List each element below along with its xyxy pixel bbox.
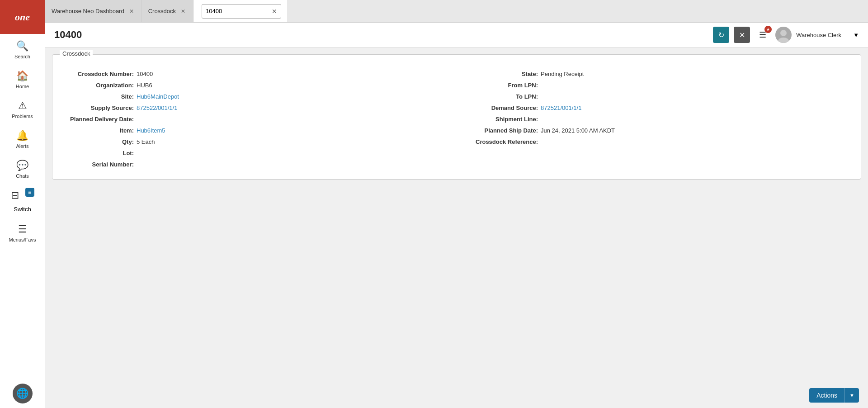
menu-badge: ★ <box>764 26 772 33</box>
right-fields: State: Pending Receipt From LPN: To LPN:… <box>466 68 852 170</box>
fields-grid: Crossdock Number: 10400 Organization: HU… <box>61 68 852 170</box>
tab-crossdock[interactable]: Crossdock ✕ <box>142 0 193 22</box>
organization-row: Organization: HUB6 <box>61 80 448 91</box>
header-bar: 10400 ↻ ✕ ☰ ★ Warehouse Clerk ▼ <box>45 23 868 47</box>
sidebar-item-search[interactable]: 🔍 Search <box>0 34 45 64</box>
item-row: Item: Hub6Item5 <box>61 125 448 136</box>
planned-ship-date-label: Planned Ship Date: <box>466 127 538 134</box>
tab-search-input[interactable] <box>206 8 269 14</box>
menu-button[interactable]: ☰ ★ <box>755 27 771 43</box>
qty-unit: Each <box>142 138 155 145</box>
tab-clear-btn[interactable]: ✕ <box>272 8 277 15</box>
qty-number: 5 <box>137 138 140 145</box>
crossdock-number-label: Crossdock Number: <box>61 71 134 77</box>
state-value: Pending Receipt <box>541 71 584 77</box>
demand-source-row: Demand Source: 872521/001/1/1 <box>466 102 852 114</box>
demand-source-value[interactable]: 872521/001/1/1 <box>541 104 581 111</box>
sidebar-item-home[interactable]: 🏠 Home <box>0 64 45 94</box>
switch-badge-icon: ≡ <box>25 188 34 197</box>
actions-button[interactable]: Actions ▼ <box>809 388 859 403</box>
from-lpn-label: From LPN: <box>466 82 538 89</box>
user-dropdown[interactable]: Warehouse Clerk ▼ <box>796 32 859 38</box>
sidebar-item-label: Menus/Favs <box>9 237 36 242</box>
tab-label: Warehouse Neo Dashboard <box>52 8 124 14</box>
sidebar-item-problems[interactable]: ⚠ Problems <box>0 94 45 123</box>
organization-value: HUB6 <box>137 82 152 89</box>
sidebar-item-label: Problems <box>12 114 33 119</box>
sidebar-item-chats[interactable]: 💬 Chats <box>0 153 45 183</box>
actions-label: Actions <box>809 388 845 403</box>
sidebar-item-label: Alerts <box>16 143 28 149</box>
sidebar-item-label: Home <box>16 84 29 89</box>
supply-source-label: Supply Source: <box>61 104 134 111</box>
tab-label: Crossdock <box>148 8 176 14</box>
site-label: Site: <box>61 93 134 100</box>
planned-delivery-date-row: Planned Delivery Date: <box>61 114 448 125</box>
refresh-button[interactable]: ↻ <box>713 27 729 43</box>
organization-label: Organization: <box>61 82 134 89</box>
warning-icon: ⚠ <box>18 100 27 112</box>
logo-text: one <box>15 11 30 23</box>
crossdock-number-value: 10400 <box>137 71 153 77</box>
site-value[interactable]: Hub6MainDepot <box>137 93 179 100</box>
footer-bar: Actions ▼ <box>45 383 868 408</box>
demand-source-label: Demand Source: <box>466 104 538 111</box>
sidebar-bottom: 🌐 <box>13 384 33 408</box>
search-icon: 🔍 <box>16 40 28 52</box>
serial-number-label: Serial Number: <box>61 161 134 168</box>
card-title: Crossdock <box>60 50 93 57</box>
user-role-label: Warehouse Clerk <box>796 32 850 38</box>
to-lpn-row: To LPN: <box>466 91 852 102</box>
sidebar-item-label: Switch <box>14 206 31 213</box>
crossdock-card: Crossdock Crossdock Number: 10400 Organi… <box>52 54 861 180</box>
planned-ship-date-value: Jun 24, 2021 5:00 AM AKDT <box>541 127 615 134</box>
sidebar: one 🔍 Search 🏠 Home ⚠ Problems 🔔 Alerts … <box>0 0 45 408</box>
main-content: Warehouse Neo Dashboard ✕ Crossdock ✕ ✕ … <box>45 0 868 408</box>
crossdock-number-row: Crossdock Number: 10400 <box>61 68 448 80</box>
site-row: Site: Hub6MainDepot <box>61 91 448 102</box>
sidebar-item-label: Search <box>14 54 30 59</box>
lot-label: Lot: <box>61 150 134 157</box>
sidebar-item-menus-favs[interactable]: ☰ Menus/Favs <box>0 217 45 247</box>
chat-icon: 💬 <box>16 160 28 171</box>
shipment-line-row: Shipment Line: <box>466 114 852 125</box>
globe-icon[interactable]: 🌐 <box>13 384 33 403</box>
crossdock-reference-row: Crossdock Reference: <box>466 136 852 147</box>
tab-bar: Warehouse Neo Dashboard ✕ Crossdock ✕ ✕ <box>45 0 868 23</box>
item-value[interactable]: Hub6Item5 <box>137 127 165 134</box>
qty-row: Qty: 5 Each <box>61 136 448 147</box>
bell-icon: 🔔 <box>16 130 28 142</box>
supply-source-row: Supply Source: 872522/001/1/1 <box>61 102 448 114</box>
tab-warehouse-dashboard[interactable]: Warehouse Neo Dashboard ✕ <box>45 0 142 22</box>
close-button[interactable]: ✕ <box>734 27 750 43</box>
user-avatar <box>775 27 792 43</box>
content-area: Crossdock Crossdock Number: 10400 Organi… <box>45 47 868 383</box>
tab-search-input-container: ✕ <box>202 4 281 19</box>
sidebar-item-alerts[interactable]: 🔔 Alerts <box>0 123 45 153</box>
state-row: State: Pending Receipt <box>466 68 852 80</box>
planned-delivery-date-label: Planned Delivery Date: <box>61 116 134 123</box>
home-icon: 🏠 <box>16 70 28 82</box>
qty-label: Qty: <box>61 138 134 145</box>
supply-source-value[interactable]: 872522/001/1/1 <box>137 104 177 111</box>
menus-icon: ☰ <box>18 223 27 235</box>
tab-close-btn[interactable]: ✕ <box>179 8 187 15</box>
dropdown-chevron-icon: ▼ <box>853 32 859 38</box>
sidebar-item-switch[interactable]: ⊟ ≡ Switch <box>0 183 45 217</box>
from-lpn-row: From LPN: <box>466 80 852 91</box>
planned-ship-date-row: Planned Ship Date: Jun 24, 2021 5:00 AM … <box>466 125 852 136</box>
to-lpn-label: To LPN: <box>466 93 538 100</box>
page-title: 10400 <box>54 29 708 41</box>
qty-value: 5 Each <box>137 138 155 145</box>
svg-point-1 <box>780 30 787 36</box>
tab-close-btn[interactable]: ✕ <box>128 8 135 15</box>
lot-row: Lot: <box>61 147 448 159</box>
tab-10400[interactable]: ✕ <box>193 0 288 22</box>
item-label: Item: <box>61 127 134 134</box>
actions-caret-icon: ▼ <box>845 389 859 402</box>
shipment-line-label: Shipment Line: <box>466 116 538 123</box>
app-logo[interactable]: one <box>0 0 45 34</box>
crossdock-reference-label: Crossdock Reference: <box>466 138 538 145</box>
state-label: State: <box>466 71 538 77</box>
sidebar-item-label: Chats <box>16 173 29 179</box>
